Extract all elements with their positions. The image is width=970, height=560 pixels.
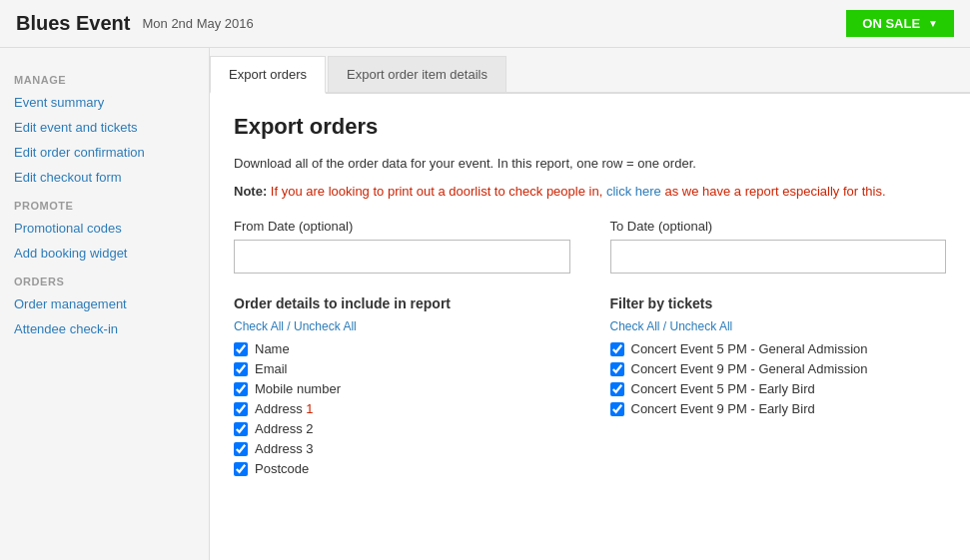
checkbox-mobile: Mobile number [234,381,570,396]
on-sale-button[interactable]: ON SALE ▼ [846,10,954,37]
header-left: Blues Event Mon 2nd May 2016 [16,12,254,35]
sidebar-item-attendee-check-in[interactable]: Attendee check-in [0,316,209,341]
checkbox-postcode: Postcode [234,461,570,476]
to-date-label: To Date (optional) [610,219,947,234]
sidebar-item-edit-event-tickets[interactable]: Edit event and tickets [0,115,209,140]
date-fields: From Date (optional) To Date (optional) [234,219,946,274]
info-line: Download all of the order data for your … [234,154,946,174]
checkbox-address3: Address 3 [234,441,570,456]
sidebar-item-promotional-codes[interactable]: Promotional codes [0,216,209,241]
checkbox-mobile-label: Mobile number [255,381,341,396]
from-date-field: From Date (optional) [234,219,570,274]
from-date-input[interactable] [234,240,570,274]
tab-bar: Export orders Export order item details [210,48,970,94]
checkbox-address3-input[interactable] [234,442,248,456]
checkbox-ticket-1-input[interactable] [610,362,624,376]
checkbox-address1-input[interactable] [234,402,248,416]
sidebar-item-add-booking-widget[interactable]: Add booking widget [0,241,209,266]
checkbox-ticket-3-input[interactable] [610,402,624,416]
sidebar: MANAGE Event summary Edit event and tick… [0,48,210,560]
to-date-field: To Date (optional) [610,219,947,274]
to-date-input[interactable] [610,240,947,274]
sidebar-item-edit-order-confirmation[interactable]: Edit order confirmation [0,140,209,165]
sidebar-promote-label: PROMOTE [0,190,209,216]
checkbox-ticket-0-label: Concert Event 5 PM - General Admission [631,341,868,356]
order-check-all-link[interactable]: Check All / Uncheck All [234,319,570,333]
sidebar-manage-label: MANAGE [0,64,209,90]
main-layout: MANAGE Event summary Edit event and tick… [0,48,970,560]
checkbox-ticket-3-label: Concert Event 9 PM - Early Bird [631,401,815,416]
checkbox-postcode-label: Postcode [255,461,309,476]
checkbox-ticket-0: Concert Event 5 PM - General Admission [610,341,947,356]
checkbox-ticket-0-input[interactable] [610,342,624,356]
event-date: Mon 2nd May 2016 [142,16,253,31]
checkbox-ticket-2: Concert Event 5 PM - Early Bird [610,381,947,396]
checkbox-email: Email [234,361,570,376]
checkbox-address2: Address 2 [234,421,570,436]
checkbox-mobile-input[interactable] [234,382,248,396]
checkbox-ticket-2-input[interactable] [610,382,624,396]
checkbox-ticket-2-label: Concert Event 5 PM - Early Bird [631,381,815,396]
checkbox-name-input[interactable] [234,342,248,356]
page-header: Blues Event Mon 2nd May 2016 ON SALE ▼ [0,0,970,48]
content-area: Export orders Download all of the order … [210,94,970,501]
note-line: Note: If you are looking to print out a … [234,182,946,202]
main-content: Export orders Export order item details … [210,48,970,560]
sidebar-orders-label: ORDERS [0,266,209,291]
order-details-title: Order details to include in report [234,295,570,311]
filter-tickets-title: Filter by tickets [610,295,947,311]
order-details-col: Order details to include in report Check… [234,295,570,481]
checkbox-name-label: Name [255,341,290,356]
checkbox-email-label: Email [255,361,288,376]
note-body: If you are looking to print out a doorli… [271,184,886,199]
page-title: Blues Event [16,12,130,35]
checkbox-postcode-input[interactable] [234,462,248,476]
from-date-label: From Date (optional) [234,219,570,234]
filter-tickets-col: Filter by tickets Check All / Uncheck Al… [610,295,947,481]
tab-export-orders[interactable]: Export orders [210,56,326,94]
dropdown-arrow-icon: ▼ [928,18,938,29]
checkbox-ticket-1: Concert Event 9 PM - General Admission [610,361,947,376]
checkbox-address3-label: Address 3 [255,441,314,456]
checkbox-email-input[interactable] [234,362,248,376]
checkbox-ticket-3: Concert Event 9 PM - Early Bird [610,401,947,416]
tab-export-order-items[interactable]: Export order item details [328,56,506,92]
checkbox-ticket-1-label: Concert Event 9 PM - General Admission [631,361,868,376]
note-prefix: Note: [234,184,267,199]
click-here-link[interactable]: click here [606,184,661,199]
checkbox-address1-label: Address 1 [255,401,314,416]
checkbox-address2-input[interactable] [234,422,248,436]
sidebar-item-order-management[interactable]: Order management [0,291,209,316]
checkbox-address1: Address 1 [234,401,570,416]
sidebar-item-event-summary[interactable]: Event summary [0,90,209,115]
two-col-section: Order details to include in report Check… [234,295,946,481]
sidebar-item-edit-checkout-form[interactable]: Edit checkout form [0,165,209,190]
checkbox-address2-label: Address 2 [255,421,314,436]
content-title: Export orders [234,114,946,140]
filter-check-all-link[interactable]: Check All / Uncheck All [610,319,947,333]
checkbox-name: Name [234,341,570,356]
